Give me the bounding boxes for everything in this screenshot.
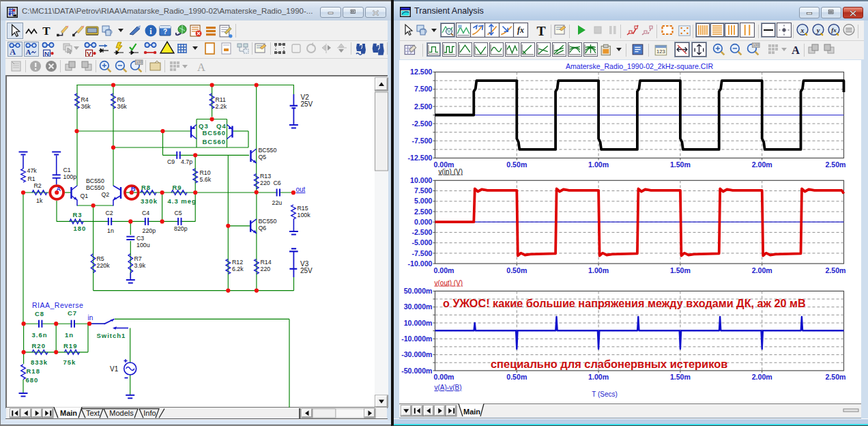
svg-text:220p: 220p	[143, 227, 156, 234]
svg-text:R13: R13	[260, 173, 271, 180]
svg-text:C5: C5	[175, 210, 182, 216]
svg-text:R14: R14	[261, 259, 272, 266]
svg-text:C8: C8	[35, 310, 44, 317]
svg-text:1k: 1k	[36, 197, 43, 204]
svg-text:C2: C2	[106, 210, 113, 216]
svg-text:A: A	[10, 47, 16, 57]
svg-text:Models: Models	[109, 409, 134, 417]
svg-text:C6: C6	[274, 180, 281, 186]
svg-text:0.50m: 0.50m	[506, 373, 527, 381]
svg-text:RIAA_Reverse: RIAA_Reverse	[32, 301, 83, 309]
svg-text:50.000m: 50.000m	[404, 287, 433, 295]
svg-text:4.7p: 4.7p	[181, 158, 192, 165]
svg-text:R7: R7	[134, 255, 142, 262]
svg-text:1n: 1n	[65, 331, 74, 339]
svg-text:680: 680	[26, 376, 39, 384]
svg-text:C3: C3	[136, 235, 144, 242]
svg-text:-7.500: -7.500	[411, 249, 432, 257]
svg-text:36k: 36k	[117, 103, 128, 110]
svg-text:1.50m: 1.50m	[670, 373, 691, 381]
svg-text:833k: 833k	[31, 358, 48, 366]
svg-text:T (Secs): T (Secs)	[592, 390, 618, 398]
svg-text:A: A	[26, 48, 31, 56]
svg-text:2.500: 2.500	[414, 208, 433, 216]
svg-text:100: 100	[753, 43, 759, 47]
svg-text:2.50m: 2.50m	[825, 160, 845, 169]
svg-text:in: in	[88, 314, 93, 322]
svg-text:R11: R11	[216, 96, 227, 103]
svg-text:Text: Text	[86, 409, 100, 417]
svg-text:Q1: Q1	[81, 193, 89, 199]
svg-text:T: T	[536, 23, 545, 38]
svg-text:-2.500: -2.500	[411, 228, 432, 236]
svg-text:12.500: 12.500	[410, 68, 433, 76]
svg-text:V: V	[87, 50, 91, 57]
svg-text:220: 220	[261, 266, 271, 272]
svg-text:C4: C4	[142, 210, 149, 216]
svg-text:10.000m: 10.000m	[404, 319, 433, 327]
svg-text:R4: R4	[81, 96, 89, 103]
svg-text:7.500: 7.500	[414, 186, 433, 195]
svg-text:v(A)-v(B): v(A)-v(B)	[435, 384, 462, 391]
svg-text:25V: 25V	[300, 267, 313, 274]
svg-text:220k: 220k	[97, 262, 111, 269]
svg-text:R9: R9	[173, 184, 182, 191]
svg-text:2.50m: 2.50m	[825, 373, 845, 381]
svg-text:47k: 47k	[27, 167, 38, 174]
svg-text:1n: 1n	[107, 227, 114, 234]
svg-text:2.00m: 2.00m	[752, 266, 772, 274]
svg-text:5.000: 5.000	[414, 197, 433, 205]
svg-text:R3: R3	[73, 211, 83, 218]
svg-text:100u: 100u	[136, 242, 150, 248]
svg-text:1.50m: 1.50m	[670, 160, 691, 169]
svg-text:820p: 820p	[174, 225, 188, 232]
svg-text:Switch1: Switch1	[97, 332, 126, 339]
svg-text:fx: fx	[831, 27, 837, 33]
svg-text:0.000: 0.000	[414, 218, 433, 226]
svg-text:Q2: Q2	[102, 191, 110, 198]
svg-text:T: T	[42, 25, 50, 38]
svg-text:30.000m: 30.000m	[404, 302, 433, 311]
svg-text:-50.000m: -50.000m	[401, 367, 432, 375]
svg-text:100p: 100p	[63, 173, 77, 180]
svg-text:-10.000: -10.000	[408, 259, 433, 268]
svg-text:2.00m: 2.00m	[752, 160, 772, 169]
svg-text:R1: R1	[28, 175, 35, 182]
svg-text:R19: R19	[63, 342, 77, 350]
svg-text:75k: 75k	[63, 358, 76, 366]
svg-text:BC550: BC550	[86, 178, 104, 184]
svg-text:R20: R20	[32, 342, 46, 350]
svg-text:Amaterske_Radio_1990-02_2kHz-s: Amaterske_Radio_1990-02_2kHz-square.CIR	[566, 62, 713, 70]
svg-text:C7: C7	[68, 309, 77, 317]
svg-text:100: 100	[136, 60, 142, 64]
svg-text:5.6k: 5.6k	[200, 176, 212, 183]
svg-text:123: 123	[656, 48, 665, 55]
svg-text:Q6: Q6	[259, 225, 267, 231]
svg-text:Main: Main	[60, 409, 77, 417]
svg-text:?: ?	[163, 28, 167, 36]
svg-text:BC560: BC560	[203, 129, 227, 137]
svg-text:BC550: BC550	[86, 184, 104, 191]
svg-text:N: N	[44, 50, 49, 57]
svg-text:36k: 36k	[81, 103, 91, 110]
svg-text:R15: R15	[298, 205, 308, 212]
svg-text:R2: R2	[34, 182, 42, 189]
svg-text:A: A	[197, 61, 205, 74]
svg-text:-5.000: -5.000	[411, 238, 432, 246]
svg-text:Q5: Q5	[259, 154, 267, 160]
svg-text:C1: C1	[63, 167, 71, 173]
svg-text:V1: V1	[110, 365, 119, 373]
svg-text:R8: R8	[141, 184, 151, 191]
svg-text:Main: Main	[463, 408, 480, 416]
svg-text:-7.500: -7.500	[411, 137, 432, 145]
svg-text:v(in) (V): v(in) (V)	[439, 168, 463, 175]
svg-text:1.00m: 1.00m	[588, 373, 609, 381]
svg-text:R18: R18	[27, 367, 40, 375]
svg-text:R6: R6	[117, 96, 125, 103]
svg-text:330k: 330k	[141, 197, 158, 205]
svg-text:1.50m: 1.50m	[670, 266, 691, 274]
svg-text:R12: R12	[232, 259, 243, 266]
svg-text:0.00m: 0.00m	[434, 266, 454, 274]
svg-text:2.2k: 2.2k	[216, 103, 227, 110]
svg-text:-12.500: -12.500	[408, 154, 433, 162]
